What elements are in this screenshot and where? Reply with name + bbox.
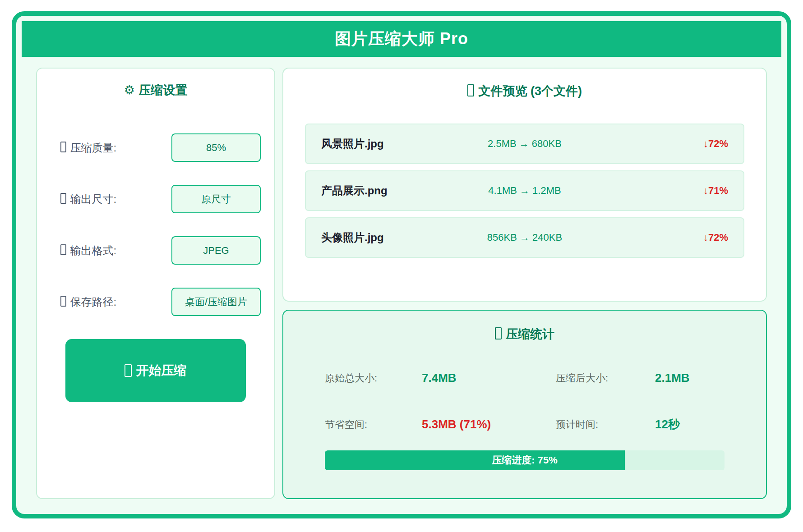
file-preview-panel: 文件预览 (3个文件) 风景照片.jpg 2.5MB → 680KB ↓72% … (282, 68, 767, 302)
form-row-quality: 压缩质量: 85% (51, 133, 261, 162)
saved-space-label: 节省空间: (325, 418, 422, 431)
form-row-save-path: 保存路径: 桌面/压缩图片 (51, 288, 261, 316)
progress-bar: 压缩进度: 75% (325, 450, 725, 470)
output-format-icon (60, 244, 66, 255)
quality-input[interactable]: 85% (171, 133, 261, 162)
output-size-label: 输出尺寸: (60, 192, 116, 206)
compressed-size-value: 2.1MB (655, 371, 725, 385)
original-size-value: 7.4MB (422, 371, 556, 385)
app-header: 图片压缩大师 Pro (22, 21, 781, 57)
original-size-label: 原始总大小: (325, 371, 422, 385)
settings-title-text: 压缩设置 (138, 83, 187, 97)
quality-icon (60, 142, 66, 152)
file-size-change: 856KB → 240KB (457, 232, 593, 243)
form-row-output-size: 输出尺寸: 原尺寸 (51, 185, 261, 213)
progress-label: 压缩进度: 75% (325, 450, 725, 470)
file-row[interactable]: 产品展示.png 4.1MB → 1.2MB ↓71% (305, 170, 744, 211)
file-row[interactable]: 风景照片.jpg 2.5MB → 680KB ↓72% (305, 124, 744, 164)
estimated-time-value: 12秒 (655, 417, 725, 432)
app-window: 图片压缩大师 Pro ⚙压缩设置 压缩质量: 85% 输出尺寸: 原尺寸 输出格… (12, 11, 791, 518)
save-path-label: 保存路径: (60, 295, 116, 309)
file-reduction-badge: ↓72% (592, 138, 728, 150)
file-name: 产品展示.png (321, 183, 457, 198)
compressed-size-label: 压缩后大小: (556, 371, 655, 385)
save-path-icon (60, 296, 66, 307)
file-preview-title-text: 文件预览 (3个文件) (478, 84, 582, 98)
saved-space-value: 5.3MB (71%) (422, 417, 556, 431)
output-size-input[interactable]: 原尺寸 (171, 185, 261, 213)
app-title: 图片压缩大师 Pro (335, 28, 468, 50)
start-compress-button[interactable]: 开始压缩 (65, 339, 246, 402)
settings-panel: ⚙压缩设置 压缩质量: 85% 输出尺寸: 原尺寸 输出格式: JPEG 保存路… (36, 68, 275, 499)
gear-icon: ⚙ (124, 83, 135, 97)
estimated-time-label: 预计时间: (556, 418, 655, 431)
stats-icon (495, 327, 502, 339)
output-format-label: 输出格式: (60, 243, 116, 258)
start-compress-icon (125, 364, 131, 377)
file-size-change: 2.5MB → 680KB (457, 138, 593, 150)
file-preview-title: 文件预览 (3个文件) (305, 83, 744, 99)
file-size-change: 4.1MB → 1.2MB (457, 185, 593, 197)
settings-panel-title: ⚙压缩设置 (51, 82, 261, 98)
file-list: 风景照片.jpg 2.5MB → 680KB ↓72% 产品展示.png 4.1… (305, 124, 744, 258)
stats-panel-title: 压缩统计 (325, 326, 725, 342)
save-path-input[interactable]: 桌面/压缩图片 (171, 288, 261, 316)
stats-title-text: 压缩统计 (506, 327, 554, 341)
file-name: 风景照片.jpg (321, 137, 457, 151)
right-column: 文件预览 (3个文件) 风景照片.jpg 2.5MB → 680KB ↓72% … (282, 68, 767, 499)
settings-form: 压缩质量: 85% 输出尺寸: 原尺寸 输出格式: JPEG 保存路径: 桌面/… (51, 133, 261, 316)
file-preview-icon (467, 84, 474, 96)
stats-row-2: 节省空间: 5.3MB (71%) 预计时间: 12秒 (325, 417, 725, 432)
stats-row-1: 原始总大小: 7.4MB 压缩后大小: 2.1MB (325, 371, 725, 385)
quality-label: 压缩质量: (60, 141, 116, 155)
stats-panel: 压缩统计 原始总大小: 7.4MB 压缩后大小: 2.1MB 节省空间: 5.3… (282, 310, 767, 499)
file-reduction-badge: ↓71% (592, 185, 728, 197)
file-name: 头像照片.jpg (321, 230, 457, 245)
file-reduction-badge: ↓72% (592, 232, 728, 243)
output-format-input[interactable]: JPEG (171, 236, 261, 265)
output-size-icon (60, 193, 66, 204)
form-row-output-format: 输出格式: JPEG (51, 236, 261, 265)
file-row[interactable]: 头像照片.jpg 856KB → 240KB ↓72% (305, 217, 744, 258)
main-content: ⚙压缩设置 压缩质量: 85% 输出尺寸: 原尺寸 输出格式: JPEG 保存路… (22, 68, 781, 499)
